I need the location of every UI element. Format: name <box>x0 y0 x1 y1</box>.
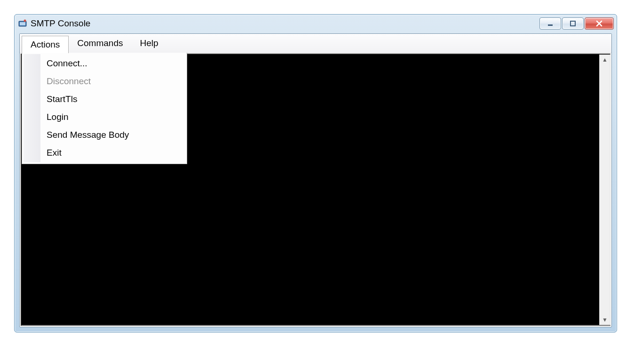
svg-rect-4 <box>571 21 575 26</box>
minimize-button[interactable] <box>539 17 561 30</box>
menu-item-label: Disconnect <box>47 76 91 86</box>
maximize-icon <box>570 20 576 27</box>
app-window: SMTP Console Actions Commands <box>14 14 617 332</box>
menu-item-label: StartTls <box>47 94 77 104</box>
menu-item-send-message-body[interactable]: Send Message Body <box>22 126 187 144</box>
vertical-scrollbar[interactable]: ▲ ▼ <box>599 55 610 325</box>
close-button[interactable] <box>585 17 614 30</box>
app-icon <box>18 19 27 28</box>
window-title: SMTP Console <box>31 18 90 29</box>
menubar: Actions Commands Help <box>20 34 611 53</box>
scroll-up-arrow-icon[interactable]: ▲ <box>600 55 610 64</box>
scroll-down-arrow-icon[interactable]: ▼ <box>600 315 610 324</box>
menu-actions[interactable]: Actions <box>22 36 69 53</box>
menu-item-label: Connect... <box>47 58 87 68</box>
menu-item-login[interactable]: Login <box>22 108 187 126</box>
menu-item-label: Send Message Body <box>47 130 129 140</box>
menu-item-label: Login <box>47 112 69 122</box>
menu-item-starttls[interactable]: StartTls <box>22 90 187 108</box>
svg-point-2 <box>24 20 26 22</box>
actions-dropdown: Connect... Disconnect StartTls Login Sen… <box>22 53 187 164</box>
menu-commands[interactable]: Commands <box>69 34 131 53</box>
client-area: Actions Commands Help Connect... Disconn… <box>19 33 612 327</box>
svg-rect-1 <box>20 22 25 25</box>
menu-label: Commands <box>77 38 123 48</box>
menu-item-disconnect: Disconnect <box>22 72 187 90</box>
menu-label: Actions <box>31 40 60 50</box>
titlebar[interactable]: SMTP Console <box>15 15 617 32</box>
menu-label: Help <box>140 38 158 48</box>
minimize-icon <box>547 20 554 27</box>
svg-rect-3 <box>548 24 553 26</box>
maximize-button[interactable] <box>562 17 584 30</box>
window-controls <box>539 17 615 30</box>
menu-item-connect[interactable]: Connect... <box>22 55 187 72</box>
menu-help[interactable]: Help <box>131 34 166 53</box>
menu-item-exit[interactable]: Exit <box>22 144 187 162</box>
close-icon <box>595 20 603 27</box>
menu-item-label: Exit <box>47 148 62 158</box>
